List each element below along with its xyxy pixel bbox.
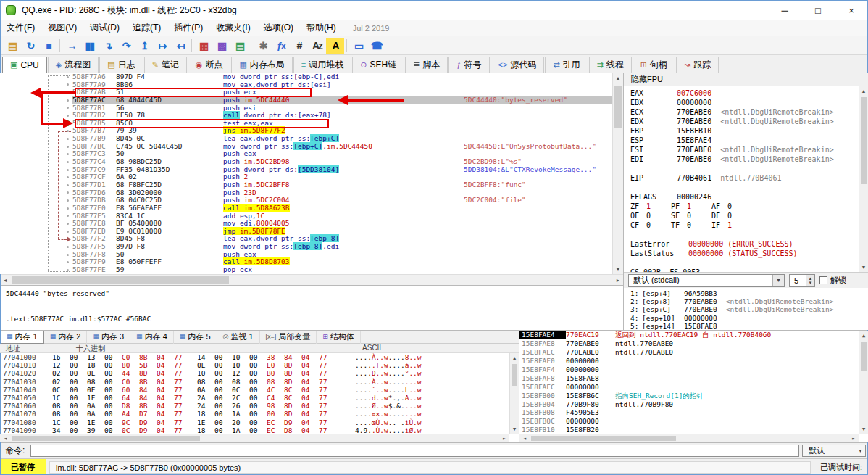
- spinner-arrows-icon[interactable]: ▲▼: [806, 275, 814, 286]
- stack-row[interactable]: 15E8FB08F45905E3: [519, 408, 859, 417]
- scroll-down-icon[interactable]: ▼: [859, 424, 868, 434]
- dump-row[interactable]: 7704100016001300C08B04771400100038840477…: [0, 353, 509, 361]
- menu-item[interactable]: 调试(D): [83, 22, 126, 33]
- register-ebp[interactable]: EBP15E8FB10: [630, 126, 858, 136]
- minimize-button[interactable]: ─: [768, 0, 801, 20]
- stack-row[interactable]: 15E8FB0015E8FB6C指向SEH_Record[1]的指针: [519, 392, 859, 400]
- scroll-down-icon[interactable]: ▼: [859, 263, 868, 272]
- argument-row[interactable]: 4:[esp+10]00000000: [630, 314, 868, 322]
- flag-value[interactable]: 0: [687, 220, 711, 230]
- stack-row[interactable]: 15E8FAE8770EABE0ntdll.770EABE0: [519, 339, 859, 348]
- register-eflags[interactable]: EFLAGS00000246: [630, 192, 858, 202]
- register-esp[interactable]: ESP15E8FAE4: [630, 136, 858, 145]
- run-icon[interactable]: →: [62, 38, 80, 54]
- scroll-left-icon[interactable]: ◄: [519, 434, 530, 442]
- tab-threads[interactable]: ⇉线程: [589, 57, 632, 73]
- scroll-up-icon[interactable]: ▲: [859, 331, 868, 340]
- stop-icon[interactable]: ■: [39, 38, 57, 54]
- register-ebx[interactable]: EBX00000000: [630, 98, 858, 107]
- highlight-icon[interactable]: A: [326, 38, 344, 54]
- flag-value[interactable]: 1: [687, 202, 711, 211]
- stack-row[interactable]: 15E8FAF815E8FAE8: [519, 374, 859, 383]
- run-to-user-icon[interactable]: ↦: [153, 38, 171, 54]
- instruction-dot[interactable]: [0, 235, 72, 243]
- instruction-dot[interactable]: [0, 166, 72, 174]
- hash-icon[interactable]: #: [290, 38, 308, 54]
- disassembly-pane[interactable]: 5D8F77A6897D F4mov dword ptr ss:[ebp-C],…: [0, 73, 623, 274]
- chevron-down-icon[interactable]: ▼: [772, 275, 784, 286]
- flag-value[interactable]: 0: [727, 202, 752, 211]
- register-value[interactable]: 00000000 (ERROR_SUCCESS): [688, 240, 793, 248]
- tab-dump-1[interactable]: ▦内存 1: [0, 331, 44, 344]
- disassembly-hscrollbar[interactable]: ◄ ►: [0, 274, 623, 285]
- stack-row[interactable]: 15E8FB0C00000000: [519, 417, 859, 426]
- disasm-row[interactable]: 5D8F77E0E8 56EAFAFFcall im.5D8A623B: [0, 205, 612, 212]
- tab-log[interactable]: ▤日志: [99, 57, 143, 73]
- instruction-dot[interactable]: [0, 112, 72, 120]
- step-over-icon[interactable]: ↷: [117, 38, 135, 54]
- argument-row[interactable]: 3:[esp+C]770EABE0<ntdll.DbgUiRemoteBreak…: [630, 305, 868, 313]
- scroll-track[interactable]: [510, 363, 519, 424]
- instruction-dot[interactable]: [0, 258, 72, 266]
- menu-item[interactable]: 选项(O): [257, 22, 300, 33]
- register-value[interactable]: 00000246: [677, 193, 711, 201]
- register-ecx[interactable]: ECX770EABE0<ntdll.DbgUiRemoteBreakin>: [630, 107, 858, 117]
- tab-script[interactable]: ≣脚本: [405, 57, 448, 73]
- step-back-icon[interactable]: ↤: [171, 38, 189, 54]
- instruction-dot[interactable]: [0, 173, 72, 181]
- scroll-left-icon[interactable]: ◄: [0, 275, 10, 285]
- scroll-right-icon[interactable]: ►: [613, 275, 623, 285]
- dump-row[interactable]: 7704102002000E00448D047710001200B08D0477…: [0, 369, 509, 377]
- instruction-dot[interactable]: [0, 88, 72, 96]
- dump-row[interactable]: 770410801C001E009CD904771E002000ECD90477…: [0, 418, 509, 426]
- stack-row[interactable]: 15E8FAFC00000000: [519, 383, 859, 392]
- instruction-dot[interactable]: [0, 143, 72, 151]
- pause-icon[interactable]: ▮▮: [80, 38, 99, 54]
- scroll-right-icon[interactable]: ►: [499, 434, 509, 442]
- disasm-row[interactable]: 5D8F77D168 F8BFC25Dpush im.5DC2BFF85DC2B…: [0, 181, 612, 189]
- checkbox-icon[interactable]: [819, 276, 827, 284]
- tab-seh[interactable]: ⊙SEH链: [352, 57, 404, 73]
- flag-value[interactable]: 0: [646, 220, 671, 230]
- disasm-row[interactable]: 5D8F77FE59pop ecx: [0, 266, 612, 274]
- menu-item[interactable]: 视图(V): [41, 22, 83, 33]
- scroll-down-icon[interactable]: ▼: [510, 424, 519, 434]
- scroll-track[interactable]: [530, 434, 848, 442]
- tab-call-stack[interactable]: ≡调用堆栈: [293, 57, 351, 73]
- instruction-dot[interactable]: [0, 158, 72, 166]
- instruction-dot[interactable]: [0, 189, 72, 197]
- tab-dump-5[interactable]: ▦内存 5: [174, 331, 217, 344]
- instruction-dot[interactable]: [0, 81, 72, 89]
- registers-vscrollbar[interactable]: ▲ ▼: [859, 86, 868, 272]
- tab-cpu[interactable]: ▣CPU: [2, 57, 47, 73]
- chevron-down-icon[interactable]: ▼: [858, 448, 863, 453]
- argument-row[interactable]: 1:[esp+4]96A59BB3: [630, 289, 868, 297]
- instruction-dot[interactable]: [0, 181, 72, 189]
- tab-graph[interactable]: ◈流程图: [48, 57, 99, 73]
- unlock-checkbox[interactable]: 解锁: [819, 275, 846, 286]
- menu-item[interactable]: 追踪(T): [126, 22, 167, 33]
- scroll-track[interactable]: [859, 340, 868, 424]
- scroll-track[interactable]: [10, 275, 613, 285]
- stack-vscrollbar[interactable]: ▲ ▼: [859, 331, 868, 434]
- calling-convention-select[interactable]: 默认 (stdcall) ▼: [628, 274, 785, 287]
- stack-row[interactable]: 15E8FAEC770EABE0ntdll.770EABE0: [519, 348, 859, 357]
- hide-fpu-button[interactable]: 隐藏FPU: [624, 73, 868, 86]
- scroll-track[interactable]: [613, 83, 623, 265]
- scroll-up-icon[interactable]: ▲: [859, 86, 868, 96]
- disassembly-vscrollbar[interactable]: ▲ ▼: [612, 73, 623, 274]
- dump-row[interactable]: 7704103002000800C08B047708000800088D0477…: [0, 378, 509, 386]
- dump-row[interactable]: 7704107008000A00A4D7047718001A00008D0477…: [0, 410, 509, 418]
- register-value[interactable]: 770EABE0: [677, 117, 711, 125]
- open-file-icon[interactable]: ▤: [3, 38, 21, 54]
- flag-value[interactable]: 1: [646, 202, 671, 211]
- dump-vscrollbar[interactable]: ▲ ▼: [509, 353, 519, 434]
- instruction-dot[interactable]: [0, 220, 72, 228]
- register-eax[interactable]: EAX007C6000: [630, 88, 858, 98]
- register-line[interactable]: CF0TF0IF1: [630, 220, 858, 230]
- dump-hscrollbar[interactable]: ◄ ►: [0, 434, 509, 442]
- tab-references[interactable]: ⇄引用: [545, 57, 588, 73]
- instruction-dot[interactable]: [0, 266, 72, 274]
- tab-notes[interactable]: ✎笔记: [144, 57, 187, 73]
- instruction-dot[interactable]: [0, 135, 72, 143]
